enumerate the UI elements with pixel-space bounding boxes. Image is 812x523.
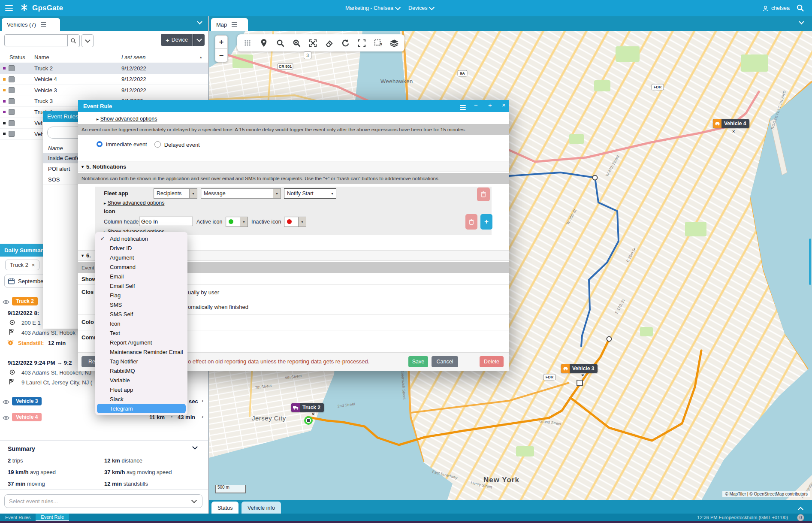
close-icon[interactable]: × <box>32 262 35 268</box>
event-rules-name-column[interactable]: Name <box>48 145 63 151</box>
menu-item[interactable]: Slack <box>95 394 187 404</box>
pin-tool-icon[interactable] <box>259 38 269 48</box>
close-option-2[interactable]: omatically when finished <box>188 304 248 310</box>
table-row[interactable]: Vehicle 39/12/2022 <box>0 85 208 96</box>
user-menu[interactable]: chelsea <box>762 5 790 12</box>
table-row[interactable]: Truck 29/12/2022 <box>0 63 208 74</box>
event-rules-select[interactable]: Select event rules... <box>4 494 202 508</box>
eraser-icon[interactable] <box>324 38 334 48</box>
menu-item[interactable]: Command <box>95 262 187 272</box>
modal-menu-icon[interactable] <box>460 104 466 111</box>
notification-count-badge[interactable]: 0 <box>797 514 804 521</box>
menu-item[interactable]: Fleet app <box>95 385 187 394</box>
table-row[interactable]: Vehicle 49/12/2022 <box>0 74 208 85</box>
marker-vehicle3[interactable]: Vehicle 3 <box>561 364 598 373</box>
menu-item[interactable]: Argument <box>95 253 187 262</box>
vehicle-badge-truck2[interactable]: Truck 2 <box>12 297 38 305</box>
add-device-button[interactable]: +Device <box>161 34 193 46</box>
collapse-left-panel-icon[interactable] <box>197 19 202 24</box>
modal-titlebar[interactable]: Event Rule <box>78 100 509 112</box>
menu-item[interactable]: Telegram <box>97 404 186 413</box>
zoom-in-button[interactable]: + <box>215 35 228 49</box>
vehicle-search-input[interactable] <box>4 34 68 46</box>
tab-status[interactable]: Status <box>211 502 238 514</box>
menu-icon[interactable] <box>5 3 13 13</box>
zoom-area-icon[interactable] <box>291 38 302 48</box>
vehicle-badge-vehicle3[interactable]: Vehicle 3 <box>12 397 42 405</box>
collapse-summary-icon[interactable] <box>192 444 198 450</box>
search-options-button[interactable] <box>82 34 94 47</box>
menu-item[interactable]: SMS Self <box>95 309 187 319</box>
vehicle-badge-vehicle4[interactable]: Vehicle 4 <box>12 413 42 421</box>
menu-item[interactable]: SMS <box>95 300 187 309</box>
scrollbar-thumb[interactable] <box>809 239 811 285</box>
expand-bottom-panel-icon[interactable] <box>798 507 803 512</box>
menu-item[interactable]: Report Argument <box>95 338 187 347</box>
delete-button[interactable]: Delete <box>480 356 504 367</box>
fullscreen-icon[interactable] <box>356 38 367 48</box>
vehicle-filter-chip[interactable]: Truck 2× <box>5 260 39 270</box>
maximize-icon[interactable]: + <box>488 102 492 108</box>
close-icon[interactable]: × <box>502 102 506 108</box>
inactive-icon-select[interactable]: ▾ <box>284 217 306 227</box>
marker-truck2[interactable]: Truck 2 <box>291 403 324 412</box>
chevron-right-icon[interactable]: › <box>202 397 203 404</box>
menu-item[interactable]: Driver ID <box>95 243 187 253</box>
menu-item[interactable]: ✓Add notification <box>95 234 187 243</box>
calendar-icon <box>8 278 15 284</box>
column-name[interactable]: Name <box>34 54 49 60</box>
delayed-event-radio[interactable]: Delayed event <box>154 141 200 148</box>
delete-icon-notification-button[interactable] <box>465 214 477 230</box>
marker-vehicle4[interactable]: Vehicle 4 <box>713 119 749 128</box>
save-button[interactable]: Save <box>408 356 428 367</box>
column-status[interactable]: Status <box>9 54 25 60</box>
immediate-event-radio[interactable]: Immediate event <box>97 141 147 148</box>
active-icon-select[interactable]: ▾ <box>226 217 248 227</box>
column-last-seen[interactable]: Last seen <box>121 54 145 60</box>
message-select[interactable]: Message▾ <box>201 188 281 199</box>
close-option-1[interactable]: ually by user <box>188 289 219 296</box>
eye-icon[interactable] <box>3 415 9 421</box>
notification-advanced-link[interactable]: ▸ Show advanced options <box>104 200 164 206</box>
chevron-right-icon[interactable]: › <box>202 413 203 420</box>
collapse-map-panel-icon[interactable] <box>799 19 804 24</box>
tab-vehicles[interactable]: Vehicles (7) <box>2 18 60 31</box>
cancel-button[interactable]: Cancel <box>432 356 458 367</box>
undo-rotate-icon[interactable] <box>340 38 350 48</box>
search-button[interactable] <box>67 34 80 47</box>
notify-select[interactable]: Notify Start▾ <box>284 188 336 199</box>
menu-item[interactable]: Maintenance Reminder Email <box>95 347 187 357</box>
menu-item[interactable]: Email <box>95 272 187 281</box>
search-icon[interactable] <box>796 4 804 13</box>
eye-icon[interactable] <box>3 299 9 305</box>
menu-item[interactable]: RabbitMQ <box>95 366 187 375</box>
layers-icon[interactable] <box>389 38 399 48</box>
minimize-icon[interactable]: − <box>474 102 478 108</box>
section-5-header[interactable]: ▾5. Notifications <box>78 161 509 172</box>
nav-devices-dropdown[interactable]: Devices <box>408 5 434 11</box>
tab-map[interactable]: Map <box>211 18 248 31</box>
recipients-select[interactable]: Recipients▾ <box>154 188 197 199</box>
sort-asc-icon[interactable]: ▴ <box>200 55 202 59</box>
add-device-dropdown[interactable] <box>193 34 205 46</box>
nav-context-dropdown[interactable]: Marketing - Chelsea <box>345 5 400 11</box>
advanced-options-link[interactable]: ▸ Show advanced options <box>97 115 157 122</box>
fit-view-icon[interactable] <box>308 38 318 48</box>
eye-icon[interactable] <box>3 399 9 405</box>
zoom-out-button[interactable]: − <box>215 49 228 62</box>
menu-item[interactable]: Text <box>95 328 187 338</box>
select-region-help-icon[interactable]: ? <box>373 38 383 48</box>
menu-item[interactable]: Tag Notifier <box>95 357 187 366</box>
taskbar-tab[interactable]: Event Rule <box>36 514 69 521</box>
delete-notification-button[interactable] <box>477 187 490 201</box>
menu-item[interactable]: Variable <box>95 375 187 385</box>
column-header-input[interactable] <box>139 217 193 226</box>
add-notification-button[interactable]: + <box>480 214 492 230</box>
menu-item[interactable]: Icon <box>95 319 187 328</box>
drag-handle-icon[interactable] <box>242 38 253 48</box>
search-tool-icon[interactable] <box>275 38 285 48</box>
tab-vehicle-info[interactable]: Vehicle info <box>241 502 281 514</box>
taskbar-tab[interactable]: Event Rules <box>0 514 36 521</box>
menu-item[interactable]: Email Self <box>95 281 187 290</box>
menu-item[interactable]: Flag <box>95 290 187 300</box>
